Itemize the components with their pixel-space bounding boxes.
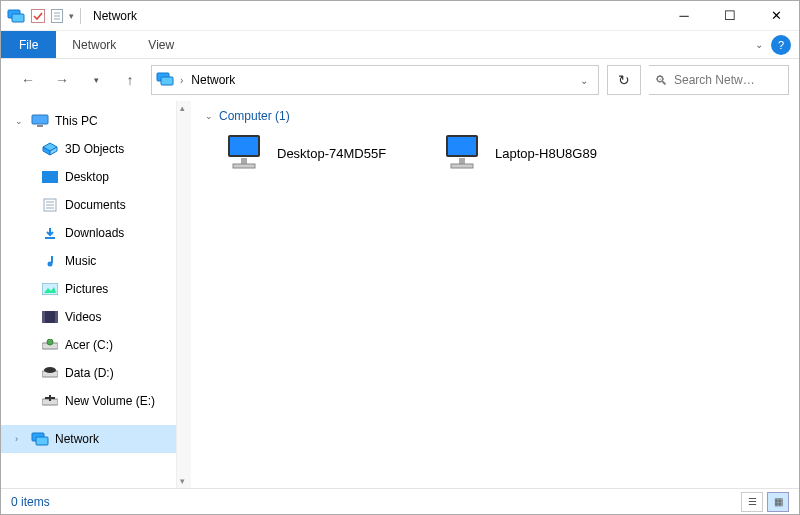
svg-rect-35	[241, 158, 247, 164]
svg-rect-36	[233, 164, 255, 168]
navigation-bar: ← → ▾ ↑ › Network ⌄ ↻ 🔍︎ Search Netw…	[1, 59, 799, 101]
navigation-pane[interactable]: ⌄ This PC 3D Objects Desktop Documents D…	[1, 101, 176, 488]
svg-rect-2	[32, 9, 45, 22]
svg-rect-37	[447, 136, 477, 156]
list-item[interactable]: Desktop-74MD55F	[223, 129, 413, 177]
network-icon	[31, 432, 49, 446]
sidebar-item-drive-c[interactable]: Acer (C:)	[1, 331, 176, 359]
sidebar-item-label: Music	[65, 254, 96, 268]
list-item[interactable]: Laptop-H8U8G89	[441, 129, 631, 177]
folder-downloads-icon	[41, 226, 59, 240]
address-bar[interactable]: › Network ⌄	[151, 65, 599, 95]
folder-documents-icon	[41, 198, 59, 212]
quick-access-toolbar: ▾	[1, 8, 87, 24]
this-pc-icon	[31, 114, 49, 128]
items-grid: Desktop-74MD55F Laptop-H8U8G89	[205, 129, 785, 177]
svg-rect-9	[32, 115, 48, 124]
refresh-button[interactable]: ↻	[607, 65, 641, 95]
ribbon-tabs: File Network View ⌄ ?	[1, 31, 799, 59]
sidebar-item-label: This PC	[55, 114, 98, 128]
recent-locations-button[interactable]: ▾	[83, 67, 109, 93]
quick-access-doc-icon[interactable]	[51, 9, 63, 23]
item-label: Desktop-74MD55F	[277, 146, 386, 161]
sidebar-item-label: Downloads	[65, 226, 124, 240]
group-title: Computer (1)	[219, 109, 290, 123]
sidebar-item-music[interactable]: Music	[1, 247, 176, 275]
sidebar-item-drive-d[interactable]: Data (D:)	[1, 359, 176, 387]
folder-music-icon	[41, 254, 59, 268]
chevron-down-icon[interactable]: ⌄	[15, 116, 25, 126]
sidebar-item-3d-objects[interactable]: 3D Objects	[1, 135, 176, 163]
forward-button[interactable]: →	[49, 67, 75, 93]
svg-rect-14	[42, 171, 58, 183]
tab-view[interactable]: View	[132, 31, 190, 58]
sidebar-item-desktop[interactable]: Desktop	[1, 163, 176, 191]
sidebar-item-label: Documents	[65, 198, 126, 212]
qat-dropdown-icon[interactable]: ▾	[69, 11, 74, 21]
sidebar-item-drive-e[interactable]: New Volume (E:)	[1, 387, 176, 415]
back-button[interactable]: ←	[15, 67, 41, 93]
sidebar-item-videos[interactable]: Videos	[1, 303, 176, 331]
computer-icon	[223, 132, 267, 175]
app-network-icon	[7, 9, 25, 23]
search-icon: 🔍︎	[655, 73, 668, 88]
sidebar-scrollbar[interactable]	[176, 101, 191, 488]
up-button[interactable]: ↑	[117, 67, 143, 93]
svg-rect-8	[161, 77, 173, 85]
computer-icon	[441, 132, 485, 175]
tab-network[interactable]: Network	[56, 31, 132, 58]
search-input[interactable]: 🔍︎ Search Netw…	[649, 65, 789, 95]
address-network-icon	[156, 72, 174, 89]
chevron-down-icon[interactable]: ⌄	[205, 111, 213, 121]
file-tab[interactable]: File	[1, 31, 56, 58]
status-text: 0 items	[11, 495, 50, 509]
view-details-button[interactable]: ☰	[741, 492, 763, 512]
sidebar-item-label: Pictures	[65, 282, 108, 296]
sidebar-item-label: Acer (C:)	[65, 338, 113, 352]
sidebar-item-downloads[interactable]: Downloads	[1, 219, 176, 247]
quick-access-properties-icon[interactable]	[31, 9, 45, 23]
folder-3d-icon	[41, 142, 59, 156]
sidebar-item-this-pc[interactable]: ⌄ This PC	[1, 107, 176, 135]
status-bar: 0 items ☰ ▦	[1, 488, 799, 514]
sidebar-item-pictures[interactable]: Pictures	[1, 275, 176, 303]
svg-rect-19	[45, 237, 55, 239]
maximize-button[interactable]: ☐	[707, 1, 753, 31]
sidebar-item-label: 3D Objects	[65, 142, 124, 156]
svg-point-29	[44, 367, 56, 373]
folder-desktop-icon	[41, 171, 59, 183]
svg-rect-32	[36, 437, 48, 445]
close-button[interactable]: ✕	[753, 1, 799, 31]
body: ⌄ This PC 3D Objects Desktop Documents D…	[1, 101, 799, 488]
qat-separator	[80, 8, 81, 24]
sidebar-item-label: Desktop	[65, 170, 109, 184]
drive-icon	[41, 395, 59, 407]
breadcrumb[interactable]: Network	[189, 73, 237, 87]
window-title: Network	[93, 9, 137, 23]
address-history-icon[interactable]: ⌄	[574, 75, 594, 86]
svg-rect-33	[229, 136, 259, 156]
title-bar: ▾ Network ─ ☐ ✕	[1, 1, 799, 31]
svg-rect-1	[12, 14, 24, 22]
group-header-computer[interactable]: ⌄ Computer (1)	[205, 109, 785, 123]
sidebar-item-documents[interactable]: Documents	[1, 191, 176, 219]
sidebar-item-network[interactable]: › Network	[1, 425, 176, 453]
folder-videos-icon	[41, 311, 59, 323]
sidebar-item-label: Videos	[65, 310, 101, 324]
svg-rect-39	[459, 158, 465, 164]
breadcrumb-separator-icon[interactable]: ›	[180, 75, 183, 86]
svg-rect-25	[55, 311, 58, 323]
content-pane[interactable]: ⌄ Computer (1) Desktop-74MD55F Laptop-H8…	[191, 101, 799, 488]
search-placeholder: Search Netw…	[674, 73, 755, 87]
folder-pictures-icon	[41, 283, 59, 295]
chevron-right-icon[interactable]: ›	[15, 434, 25, 444]
svg-rect-24	[42, 311, 45, 323]
help-icon[interactable]: ?	[771, 35, 791, 55]
svg-point-20	[48, 262, 53, 267]
drive-icon	[41, 367, 59, 379]
sidebar-item-label: New Volume (E:)	[65, 394, 155, 408]
minimize-button[interactable]: ─	[661, 1, 707, 31]
svg-rect-40	[451, 164, 473, 168]
ribbon-expand-icon[interactable]: ⌄	[747, 31, 771, 58]
view-large-icons-button[interactable]: ▦	[767, 492, 789, 512]
